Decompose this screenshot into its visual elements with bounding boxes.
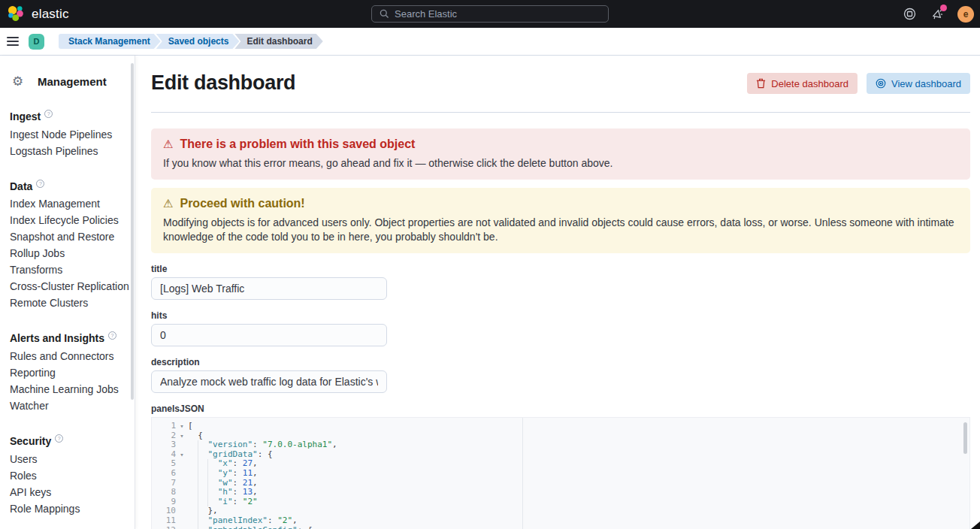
- code-content: "embeddableConfig": {: [188, 526, 313, 529]
- space-badge[interactable]: D: [29, 34, 44, 50]
- fold-spacer: [176, 479, 188, 488]
- breadcrumb-saved-objects[interactable]: Saved objects: [156, 34, 240, 49]
- title-input[interactable]: [151, 277, 387, 300]
- global-search-input[interactable]: Search Elastic: [371, 5, 609, 23]
- newsfeed-cheer-icon[interactable]: [930, 7, 945, 22]
- menu-hamburger-icon[interactable]: [7, 34, 19, 49]
- indent-guide: [198, 506, 207, 516]
- sidebar-item-watcher[interactable]: Watcher: [10, 398, 127, 414]
- section-help-icon: ?: [55, 434, 63, 443]
- sidebar-section-title: Security?: [10, 434, 127, 447]
- notification-dot: [940, 5, 947, 11]
- error-callout-title: There is a problem with this saved objec…: [180, 138, 415, 151]
- fold-arrow-icon[interactable]: ▾: [176, 526, 188, 529]
- panels-json-label: panelsJSON: [151, 404, 970, 414]
- editor-scrollbar[interactable]: [963, 422, 967, 454]
- delete-dashboard-button[interactable]: Delete dashboard: [747, 73, 858, 94]
- description-field-label: description: [151, 357, 970, 367]
- sidebar-item-machine-learning-jobs[interactable]: Machine Learning Jobs: [10, 381, 127, 398]
- sidebar-item-ingest-node-pipelines[interactable]: Ingest Node Pipelines: [10, 126, 127, 143]
- sidebar-item-roles[interactable]: Roles: [10, 467, 127, 484]
- indent-guide: [207, 459, 217, 469]
- main-content: Edit dashboard Delete dashboard: [135, 56, 980, 529]
- breadcrumb-stack-management[interactable]: Stack Management: [59, 34, 161, 49]
- section-help-icon: ?: [44, 110, 53, 118]
- elastic-home-link[interactable]: elastic: [0, 5, 69, 23]
- sidebar-item-reporting[interactable]: Reporting: [10, 364, 127, 381]
- sidebar-nav: Ingest?Ingest Node PipelinesLogstash Pip…: [10, 110, 127, 517]
- header-actions: e: [902, 0, 974, 28]
- deployment-icon[interactable]: [902, 7, 917, 22]
- page-header: Edit dashboard Delete dashboard: [151, 71, 970, 95]
- panels-json-code-editor[interactable]: 1▾[2▾{3"version": "7.0.0-alpha1",4▾"grid…: [151, 417, 970, 529]
- sidebar-item-rules-and-connectors[interactable]: Rules and Connectors: [10, 348, 127, 364]
- line-number: 8: [152, 488, 176, 497]
- section-help-icon: ?: [36, 180, 44, 188]
- saved-object-form: title hits description panelsJSON 1▾[2▾{…: [151, 264, 970, 529]
- description-field: description: [151, 357, 970, 393]
- view-icon: [876, 78, 886, 89]
- code-line: 3"version": "7.0.0-alpha1",: [152, 440, 969, 450]
- sidebar-item-index-lifecycle-policies[interactable]: Index Lifecycle Policies: [10, 212, 127, 228]
- indent-guide: [207, 488, 217, 497]
- fold-arrow-icon[interactable]: ▾: [176, 431, 188, 441]
- alert-icon: ⚠: [163, 138, 173, 151]
- delete-dashboard-label: Delete dashboard: [771, 78, 848, 89]
- trash-icon: [756, 78, 766, 89]
- management-sidebar: ⚙ Management Ingest?Ingest Node Pipeline…: [0, 56, 135, 529]
- fold-arrow-icon[interactable]: ▾: [176, 450, 188, 460]
- sidebar-item-remote-clusters[interactable]: Remote Clusters: [10, 295, 127, 311]
- breadcrumb-edit-dashboard: Edit dashboard: [234, 34, 322, 49]
- hits-input[interactable]: [151, 324, 387, 346]
- fold-spacer: [176, 488, 188, 497]
- code-line: 6"y": 11,: [152, 469, 969, 479]
- code-line: 8"h": 13,: [152, 488, 969, 497]
- code-line: 9"i": "2": [152, 497, 969, 507]
- kibana-app: elastic Search Elastic: [0, 0, 980, 529]
- body-row: ⚙ Management Ingest?Ingest Node Pipeline…: [0, 56, 980, 529]
- sidebar-item-role-mappings[interactable]: Role Mappings: [10, 500, 127, 517]
- sidebar-item-users[interactable]: Users: [10, 451, 127, 467]
- sidebar-section-title: Ingest?: [10, 110, 127, 122]
- warning-callout-title-row: ⚠ Proceed with caution!: [163, 197, 958, 210]
- fold-spacer: [176, 459, 188, 469]
- indent-guide: [198, 459, 207, 469]
- view-dashboard-button[interactable]: View dashboard: [867, 73, 970, 94]
- elastic-logo-icon: [8, 5, 25, 23]
- user-avatar[interactable]: e: [957, 6, 974, 23]
- code-line: 4▾"gridData": {: [152, 450, 969, 460]
- fold-arrow-icon[interactable]: ▾: [176, 422, 188, 431]
- description-input[interactable]: [151, 370, 387, 393]
- code-line: 7"w": 21,: [152, 479, 969, 488]
- fold-spacer: [176, 516, 188, 526]
- sidebar-item-api-keys[interactable]: API keys: [10, 484, 127, 500]
- indent-guide: [198, 497, 207, 507]
- sidebar-item-snapshot-and-restore[interactable]: Snapshot and Restore: [10, 228, 127, 245]
- sidebar-section-title: Data?: [10, 180, 127, 192]
- panels-json-field: panelsJSON 1▾[2▾{3"version": "7.0.0-alph…: [151, 404, 970, 529]
- sidebar-item-cross-cluster-replication[interactable]: Cross-Cluster Replication: [10, 278, 127, 295]
- breadcrumb-bar: D Stack Management Saved objects Edit da…: [0, 28, 980, 56]
- code-line: 5"x": 27,: [152, 459, 969, 469]
- line-number: 1: [152, 422, 176, 431]
- line-number: 3: [152, 440, 176, 450]
- line-number: 11: [152, 516, 176, 526]
- indent-guide: [198, 488, 207, 497]
- page-header-actions: Delete dashboard View dashboard: [747, 71, 970, 94]
- sidebar-item-transforms[interactable]: Transforms: [10, 261, 127, 278]
- search-placeholder: Search Elastic: [395, 8, 457, 20]
- error-callout-body: If you know what this error means, go ah…: [163, 156, 958, 171]
- title-field-label: title: [151, 264, 970, 274]
- line-number: 6: [152, 469, 176, 479]
- search-icon: [380, 9, 389, 19]
- warning-callout-title: Proceed with caution!: [180, 197, 304, 210]
- sidebar-scrollbar[interactable]: [131, 63, 134, 400]
- indent-guide: [198, 479, 207, 488]
- error-callout-title-row: ⚠ There is a problem with this saved obj…: [163, 138, 958, 151]
- sidebar-item-rollup-jobs[interactable]: Rollup Jobs: [10, 245, 127, 261]
- sidebar-item-index-management[interactable]: Index Management: [10, 195, 127, 212]
- code-line: 12▾"embeddableConfig": {: [152, 526, 969, 529]
- gear-icon: ⚙: [12, 74, 38, 89]
- sidebar-item-logstash-pipelines[interactable]: Logstash Pipelines: [10, 143, 127, 159]
- section-help-icon: ?: [108, 331, 116, 340]
